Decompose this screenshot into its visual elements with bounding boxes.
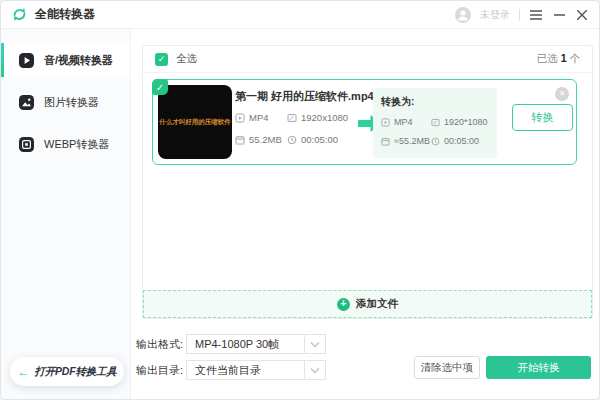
select-all-checkbox[interactable]: ✓ <box>155 53 168 66</box>
sidebar-item-webp-converter[interactable]: WEBP转换器 <box>1 127 130 161</box>
titlebar-divider <box>519 9 520 21</box>
storage-icon <box>381 137 390 146</box>
target-size: ≈55.2MB <box>381 136 431 146</box>
target-duration: 00:05:00 <box>431 136 489 146</box>
chevron-down-icon <box>310 367 320 374</box>
user-avatar[interactable] <box>455 7 471 23</box>
menu-icon[interactable] <box>529 8 543 22</box>
pdf-tool-label: 打开PDF转换工具 <box>34 365 116 379</box>
output-format-chevron[interactable] <box>304 334 326 354</box>
selected-prefix: 已选 <box>537 52 558 64</box>
screen-icon <box>287 113 297 123</box>
thumbnail-caption: 什么才叫好用的压缩软件 <box>158 118 232 126</box>
source-resolution: 1920x1080 <box>287 112 348 123</box>
sidebar-item-label: 图片转换器 <box>44 95 99 110</box>
open-pdf-tool-button[interactable]: ← 打开PDF转换工具 <box>10 357 124 386</box>
selected-count: 1 <box>561 52 567 64</box>
titlebar: 全能转换器 未登录 <box>1 1 599 29</box>
play-square-icon <box>235 113 245 123</box>
play-square-icon <box>381 118 390 127</box>
file-selected-checkbox[interactable]: ✓ <box>152 79 168 95</box>
left-arrow-icon: ← <box>17 366 29 378</box>
video-icon <box>18 52 35 69</box>
selected-counter: 已选1个 <box>537 52 580 66</box>
webp-icon <box>18 136 35 153</box>
clear-selected-button[interactable]: 清除选中项 <box>414 356 480 379</box>
login-status[interactable]: 未登录 <box>480 8 510 22</box>
app-window: 全能转换器 未登录 <box>0 0 600 400</box>
plus-icon: + <box>337 298 350 311</box>
sidebar-item-label: WEBP转换器 <box>44 137 109 152</box>
output-dir-chevron[interactable] <box>304 360 326 380</box>
clock-icon <box>431 137 440 146</box>
screen-icon <box>431 118 440 127</box>
chevron-down-icon <box>310 341 320 348</box>
source-duration: 00:05:00 <box>287 134 348 145</box>
sidebar-item-av-converter[interactable]: 音/视频转换器 <box>1 43 130 77</box>
minimize-icon[interactable] <box>552 8 566 22</box>
file-name: 第一期 好用的压缩软件.mp4 <box>235 89 374 104</box>
sidebar: 音/视频转换器 图片转换器 WEBP转换器 <box>1 29 131 399</box>
sidebar-item-image-converter[interactable]: 图片转换器 <box>1 85 130 119</box>
clock-icon <box>287 135 297 145</box>
sidebar-item-label: 音/视频转换器 <box>44 53 113 68</box>
output-format-select[interactable]: MP4-1080P 30帧 <box>186 334 305 354</box>
app-title: 全能转换器 <box>35 6 95 23</box>
app-logo-icon <box>11 6 28 23</box>
target-format: MP4 <box>381 117 431 127</box>
main-area: ✓ 全选 已选1个 ✓ 什么才叫好用的压缩软件 第一期 好用的压缩软件.mp4 <box>131 29 599 399</box>
add-files-label: 添加文件 <box>356 297 398 311</box>
image-icon <box>18 94 35 111</box>
video-thumbnail: 什么才叫好用的压缩软件 <box>158 85 232 159</box>
output-dir-label: 输出目录: <box>136 360 183 380</box>
select-all-label: 全选 <box>176 52 197 66</box>
source-file-info: MP4 1920x1080 <box>235 112 348 145</box>
output-dir-select[interactable]: 文件当前目录 <box>186 360 305 380</box>
output-format-label: 输出格式: <box>136 334 183 354</box>
storage-icon <box>235 135 245 145</box>
file-list-panel: ✓ 全选 已选1个 ✓ 什么才叫好用的压缩软件 第一期 好用的压缩软件.mp4 <box>142 45 593 319</box>
start-convert-button[interactable]: 开始转换 <box>486 356 591 379</box>
convert-to-label: 转换为: <box>381 95 489 109</box>
selected-suffix: 个 <box>570 52 581 64</box>
add-files-dropzone[interactable]: + 添加文件 <box>143 290 592 318</box>
source-format: MP4 <box>235 112 287 123</box>
close-icon[interactable] <box>575 8 589 22</box>
source-size: 55.2MB <box>235 134 287 145</box>
convert-button[interactable]: 转换 <box>512 104 573 131</box>
remove-file-icon[interactable]: ✕ <box>555 87 569 101</box>
target-resolution: 1920*1080 <box>431 117 489 127</box>
file-card[interactable]: ✓ 什么才叫好用的压缩软件 第一期 好用的压缩软件.mp4 MP4 <box>152 79 577 165</box>
convert-target-panel: 转换为: MP4 <box>373 88 497 158</box>
list-header: ✓ 全选 已选1个 <box>143 46 592 73</box>
